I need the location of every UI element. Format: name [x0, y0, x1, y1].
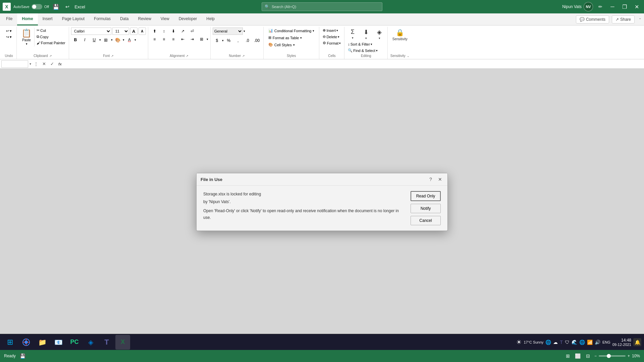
sort-filter-chevron[interactable]: ▾ [371, 43, 372, 46]
align-left-button[interactable]: ≡ [150, 36, 159, 43]
decrease-indent-button[interactable]: ⇤ [178, 36, 187, 43]
format-painter-button[interactable]: 🖌 Format Painter [35, 40, 67, 46]
taskbar-outlook-button[interactable]: 📧 [51, 335, 66, 350]
cell-styles-chevron[interactable]: ▾ [293, 43, 295, 47]
sensitivity-button[interactable]: 🔒 Sensitivity [390, 27, 410, 42]
tab-view[interactable]: View [156, 13, 174, 25]
conditional-formatting-chevron[interactable]: ▾ [313, 29, 314, 33]
zoom-slider[interactable] [599, 355, 626, 357]
border-chevron[interactable]: ▾ [111, 38, 113, 42]
find-select-chevron[interactable]: ▾ [376, 49, 378, 52]
network-icon[interactable]: 🌐 [545, 340, 551, 345]
undo-chevron[interactable]: ▾ [10, 29, 12, 33]
zoom-minus-button[interactable]: − [594, 354, 597, 358]
tab-review[interactable]: Review [133, 13, 156, 25]
fill-chevron[interactable]: ▾ [123, 38, 124, 42]
user-badge[interactable]: Nipun Vats NV [562, 2, 593, 11]
font-color-button[interactable]: A [125, 36, 134, 44]
tab-file[interactable]: File [1, 13, 17, 25]
clipboard-expand-icon[interactable]: ↗ [49, 54, 52, 58]
edge-icon[interactable]: 🌊 [572, 340, 577, 345]
bold-button[interactable]: B [71, 36, 80, 44]
underline-chevron[interactable]: ▾ [99, 38, 101, 42]
format-as-table-button[interactable]: ⊞ Format as Table ▾ [266, 35, 305, 41]
ribbon-collapse-button[interactable]: ⌄ [637, 15, 643, 21]
volume-icon[interactable]: 🔊 [595, 340, 600, 345]
insert-cells-button[interactable]: ⊕ Insert ▾ [321, 27, 339, 33]
pen-icon[interactable]: ✏ [596, 2, 605, 11]
tab-data[interactable]: Data [115, 13, 133, 25]
align-right-button[interactable]: ≡ [169, 36, 178, 43]
comma-button[interactable]: , [234, 37, 243, 44]
alignment-expand-icon[interactable]: ↗ [186, 54, 189, 58]
accounting-format-button[interactable]: $ [213, 37, 221, 44]
sort-filter-button[interactable]: ↕ Sort & Filter ▾ [346, 42, 374, 47]
taskbar-chrome-button[interactable] [19, 335, 34, 350]
underline-button[interactable]: U [90, 36, 99, 44]
network2-icon[interactable]: 📶 [587, 340, 593, 345]
comments-button[interactable]: 💬 Comments [576, 15, 609, 23]
undo-button[interactable]: ↩ ▾ [5, 28, 13, 34]
onedrive-icon[interactable]: ☁ [553, 340, 558, 345]
sensitivity-expand-icon[interactable]: ⌄ [407, 54, 410, 58]
save-button[interactable]: 💾 [52, 2, 60, 11]
clear-button[interactable]: ◈ ▾ [373, 27, 385, 41]
tab-page-layout[interactable]: Page Layout [57, 13, 89, 25]
fill-color-button[interactable]: 🎨 [113, 36, 122, 44]
align-top-button[interactable]: ⬆ [150, 27, 159, 35]
formula-more-button[interactable]: ⋮ [33, 61, 39, 67]
read-only-button[interactable]: Read Only [411, 191, 441, 201]
edge2-icon[interactable]: 🌐 [579, 340, 585, 345]
format-as-table-chevron[interactable]: ▾ [300, 36, 302, 40]
percent-button[interactable]: % [224, 37, 233, 44]
text-direction-button[interactable]: ↗ [178, 27, 187, 35]
search-box[interactable]: 🔍 Search (Alt+Q) [262, 2, 382, 11]
fill-chevron[interactable]: ▾ [365, 37, 367, 40]
taskbar-vscode-button[interactable]: ◈ [83, 335, 98, 350]
tab-help[interactable]: Help [202, 13, 219, 25]
security-icon[interactable]: 🛡 [565, 340, 570, 345]
insert-chevron[interactable]: ▾ [336, 29, 338, 32]
font-expand-icon[interactable]: ↗ [111, 54, 114, 58]
tab-home[interactable]: Home [17, 13, 38, 25]
zoom-plus-button[interactable]: + [628, 354, 630, 358]
font-size-select[interactable]: 11 [112, 27, 129, 35]
align-center-button[interactable]: ≡ [160, 36, 168, 43]
teams-tray-icon[interactable]: T [560, 340, 563, 345]
merge-center-button[interactable]: ⊞ [197, 36, 206, 43]
formula-confirm-button[interactable]: ✓ [49, 61, 55, 67]
paste-button[interactable]: 📋 Paste ▾ [19, 27, 35, 47]
decrease-decimal-button[interactable]: .00 [253, 37, 261, 44]
delete-chevron[interactable]: ▾ [338, 35, 339, 39]
copy-button[interactable]: ⧉ Copy [35, 34, 67, 40]
page-break-view-button[interactable]: ⊟ [584, 352, 592, 360]
taskbar-folder-button[interactable]: 📁 [35, 335, 50, 350]
conditional-formatting-button[interactable]: 📊 Conditional Formatting ▾ [266, 27, 317, 34]
formula-input[interactable] [65, 62, 643, 66]
taskbar-start-button[interactable]: ⊞ [3, 335, 17, 350]
italic-button[interactable]: I [80, 36, 89, 44]
increase-decimal-button[interactable]: .0 [243, 37, 252, 44]
zoom-thumb[interactable] [607, 354, 611, 358]
normal-view-button[interactable]: ⊞ [564, 352, 572, 360]
border-button[interactable]: ⊞ [102, 36, 110, 44]
font-color-chevron[interactable]: ▾ [135, 38, 136, 42]
tab-insert[interactable]: Insert [38, 13, 57, 25]
clear-chevron[interactable]: ▾ [379, 37, 380, 40]
align-middle-button[interactable]: ↕ [160, 27, 168, 35]
notify-button[interactable]: Notify [411, 204, 441, 213]
dialog-close-button[interactable]: ✕ [437, 176, 443, 183]
taskbar-teams-button[interactable]: T [99, 335, 114, 350]
font-name-select[interactable]: Calibri [71, 27, 111, 35]
fill-button[interactable]: ⬇ ▾ [360, 27, 372, 41]
accounting-chevron[interactable]: ▾ [222, 39, 224, 42]
undo-quick-button[interactable]: ↩ [63, 2, 72, 11]
align-bottom-button[interactable]: ⬇ [169, 27, 178, 35]
autosave-toggle[interactable] [32, 4, 42, 9]
increase-indent-button[interactable]: ⇥ [188, 36, 197, 43]
taskbar-excel-button[interactable]: X [115, 335, 130, 350]
number-expand-icon[interactable]: ↗ [242, 54, 245, 58]
format-chevron[interactable]: ▾ [339, 42, 341, 45]
tab-developer[interactable]: Developer [174, 13, 202, 25]
merge-chevron[interactable]: ▾ [207, 38, 208, 41]
